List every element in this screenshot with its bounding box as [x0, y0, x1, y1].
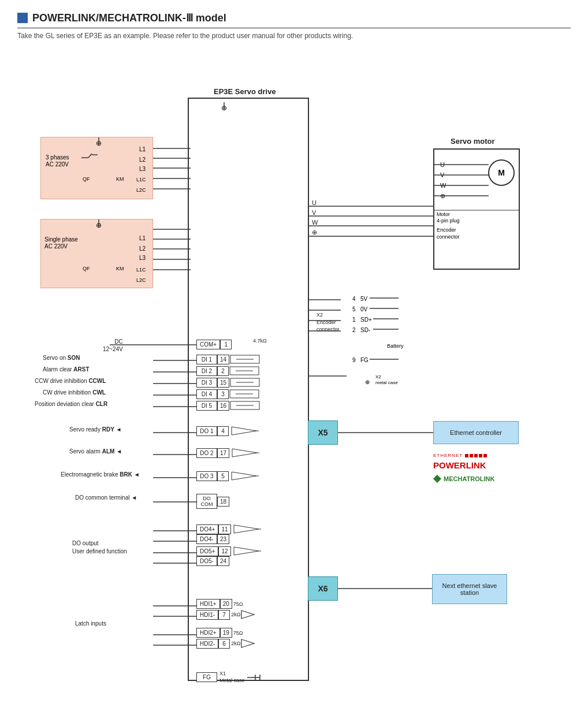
hdi1minus-terminal: HDI1-7 2kΩ: [196, 609, 258, 620]
svg-text:L3: L3: [139, 255, 146, 261]
powerlink-text: POWERLINK: [433, 460, 549, 470]
svg-text:0V: 0V: [360, 306, 368, 312]
svg-text:Single phase: Single phase: [44, 236, 78, 243]
powerlink-dots: [465, 454, 487, 457]
hdi2minus-terminal: HDI2-6 2kΩ: [196, 638, 258, 649]
do-alm-label: Servo alarm ALM ◄: [69, 448, 122, 455]
servo-motor-box: M U V W ⊕ Motor 4-pin plug Encoder conne…: [433, 148, 520, 270]
com-num: 1: [220, 340, 232, 349]
do4minus-terminal: DO4-23: [196, 534, 229, 544]
do-output-label: DO outputUser defined function: [72, 539, 127, 556]
svg-text:metal case: metal case: [375, 380, 398, 385]
svg-text:L1: L1: [139, 146, 146, 152]
subtitle: Take the GL series of EP3E as an example…: [17, 32, 571, 40]
svg-text:L2C: L2C: [136, 187, 146, 193]
powerlink-logo: ETHERNET: [433, 453, 549, 458]
do-com-terminal: DOCOM18: [196, 494, 229, 509]
do3-terminal: DO 35: [196, 471, 260, 481]
di4-terminal: DI 43: [196, 389, 260, 399]
svg-text:Motor: Motor: [437, 211, 450, 217]
svg-text:⊕: ⊕: [365, 379, 370, 385]
svg-line-67: [88, 154, 92, 158]
svg-text:2: 2: [352, 327, 356, 333]
svg-text:KM: KM: [116, 176, 124, 182]
x2-encoder-label: X2Encoderconnector: [317, 311, 340, 333]
svg-text:FG: FG: [360, 357, 369, 363]
do4plus-terminal: DO4+11: [196, 524, 263, 534]
svg-text:5: 5: [352, 306, 356, 312]
svg-text:9: 9: [352, 357, 356, 363]
x5-box: X5: [308, 420, 338, 445]
svg-text:AC 220V: AC 220V: [44, 243, 68, 250]
page-title: POWERLINK/MECHATROLINK-Ⅲ model: [17, 12, 571, 28]
svg-marker-107: [241, 611, 254, 619]
svg-text:3 phases: 3 phases: [46, 154, 69, 161]
svg-text:QF: QF: [83, 266, 90, 271]
svg-marker-101: [232, 472, 256, 480]
di-servo-on-label: Servo on SON: [43, 355, 80, 361]
di5-terminal: DI 516: [196, 400, 261, 411]
uvw-u-label: U: [312, 199, 317, 206]
com-terminal: COM+ 1: [196, 340, 232, 349]
svg-text:L2: L2: [139, 157, 146, 163]
svg-text:L1: L1: [139, 235, 146, 241]
do-rdy-label: Servo ready RDY ◄: [69, 426, 122, 433]
fg-terminal: FG X1Metal case: [196, 671, 261, 684]
uvw-v-label: V: [312, 209, 316, 216]
do5plus-terminal: DO5+12: [196, 546, 263, 556]
svg-marker-108: [241, 639, 254, 647]
power-box-single: ⊕ Single phase AC 220V QF KM L1 L2 L3 L1…: [40, 219, 153, 288]
do5minus-terminal: DO5-24: [196, 556, 229, 566]
resistor-4k7-label: 4.7kΩ: [253, 338, 267, 344]
ethernet-label: ETHERNET: [433, 453, 463, 458]
uvw-w-label: W: [312, 219, 318, 226]
svg-marker-103: [234, 525, 259, 533]
di3-terminal: DI 315: [196, 377, 261, 388]
logo-area: ETHERNET POWERLINK MECHATROLINK: [433, 453, 549, 483]
encoder-pins: 45V 50V 1SD+ 2SD- Battery 9FG X2 metal c…: [352, 293, 445, 387]
svg-text:SD-: SD-: [360, 327, 370, 333]
svg-text:Battery: Battery: [387, 343, 404, 349]
svg-text:SD+: SD+: [360, 317, 372, 323]
svg-text:L2C: L2C: [136, 277, 146, 283]
uvw-gnd-label: ⊕: [312, 229, 317, 236]
do-com-label: DO common terminal ◄: [75, 494, 137, 501]
do-brk-label: Electromagnetic brake BRK ◄: [61, 471, 140, 478]
do2-terminal: DO 217: [196, 448, 261, 458]
di-alarm-clear-label: Alarm clear ARST: [43, 366, 90, 373]
di-ccwl-label: CCW drive inhibition CCWL: [35, 378, 106, 384]
svg-text:L2: L2: [139, 245, 146, 252]
com-box: COM+: [196, 340, 220, 349]
di-cwl-label: CW drive inhibition CWL: [43, 389, 106, 396]
svg-text:4: 4: [352, 296, 356, 302]
next-ethernet-slave-box: Next ethernet slave station: [432, 574, 507, 604]
di1-terminal: DI 114: [196, 354, 261, 364]
svg-text:1: 1: [352, 317, 356, 323]
svg-text:5V: 5V: [360, 296, 368, 302]
svg-text:L1C: L1C: [136, 267, 146, 273]
dc-voltage-label: DC12~24V: [103, 338, 123, 353]
svg-text:KM: KM: [116, 266, 124, 271]
svg-marker-105: [234, 547, 259, 555]
servo-drive-label: EP3E Servo drive: [214, 87, 276, 96]
mechatrolink-icon: [433, 475, 441, 483]
svg-marker-97: [232, 427, 256, 435]
title-icon: [17, 13, 28, 23]
svg-text:AC 220V: AC 220V: [46, 161, 69, 167]
svg-text:Encoder: Encoder: [437, 227, 456, 233]
ethernet-controller-box: Ethernet controller: [433, 421, 519, 444]
svg-text:connector: connector: [437, 234, 460, 240]
power-box-3phase: ⊕ 3 phases AC 220V QF KM L1 L2 L3 L1C L2…: [40, 137, 153, 199]
x6-box: X6: [308, 576, 338, 601]
mechatrolink-logo: MECHATROLINK: [433, 475, 549, 483]
svg-marker-99: [232, 449, 257, 457]
svg-text:L3: L3: [139, 166, 146, 172]
hdi2plus-terminal: HDI2+19 75Ω: [196, 628, 243, 638]
svg-text:L1C: L1C: [136, 177, 146, 183]
svg-text:M: M: [498, 168, 505, 177]
di2-terminal: DI 22: [196, 366, 260, 376]
svg-text:QF: QF: [83, 176, 90, 182]
do1-terminal: DO 14: [196, 426, 260, 436]
hdi1plus-terminal: HDI1+20 75Ω: [196, 599, 243, 609]
di-clr-label: Position deviation clear CLR: [35, 401, 107, 407]
